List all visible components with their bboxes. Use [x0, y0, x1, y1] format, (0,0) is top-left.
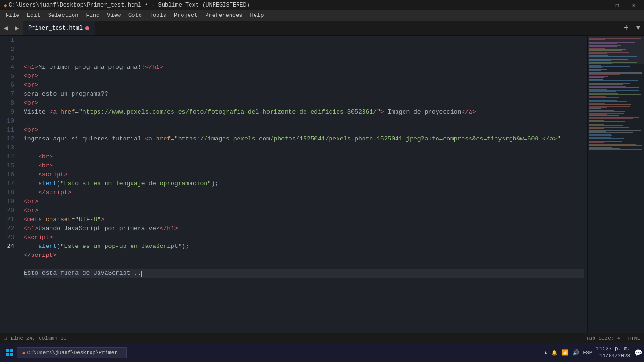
code-line-2: <br> [24, 72, 584, 81]
svg-rect-3 [10, 353, 13, 356]
line-number-9: 9 [4, 107, 14, 116]
code-line-9: ingresa aqui si quieres tutorial <a href… [24, 134, 584, 143]
menu-project[interactable]: Project [170, 11, 201, 20]
svg-rect-1 [10, 349, 13, 352]
statusbar-left: ☐ Line 24, Column 33 [4, 335, 66, 341]
statusbar-right: Tab Size: 4 HTML [586, 336, 640, 341]
line-number-1: 1 [4, 36, 14, 45]
code-line-17: <br> [24, 206, 584, 215]
line-number-18: 18 [4, 188, 14, 197]
taskbar-sublime-app[interactable]: ◆ C:\Users\juanf\Desktop\Primer_test.htm… [17, 347, 127, 358]
minimize-button[interactable]: ─ [594, 2, 607, 9]
line-number-8: 8 [4, 99, 14, 107]
line-number-14: 14 [4, 152, 14, 161]
code-line-6: Visite <a href="https://www.pexels.com/e… [24, 107, 584, 116]
app-icon: ◆ [4, 2, 7, 8]
language-indicator[interactable]: ESP [583, 350, 593, 355]
code-line-15: </script> [24, 188, 584, 197]
menu-view[interactable]: View [103, 11, 124, 20]
line-number-6: 6 [4, 81, 14, 90]
menu-preferences[interactable]: Preferences [201, 11, 246, 20]
code-line-11: <br> [24, 152, 584, 161]
tab-label: Primer_test.html [28, 25, 83, 32]
editor: 123456789101112131415161718192021222324 … [0, 36, 644, 333]
menu-selection[interactable]: Selection [44, 11, 83, 20]
tab-modified-indicator [85, 26, 89, 30]
svg-rect-0 [6, 349, 9, 352]
checkbox-icon: ☐ [4, 335, 7, 341]
windows-taskbar: ◆ C:\Users\juanf\Desktop\Primer_test.htm… [0, 343, 644, 362]
start-button[interactable] [2, 345, 17, 360]
line-number-19: 19 [4, 197, 14, 206]
clock-date: 14/04/2023 [596, 353, 630, 360]
notification-icon[interactable]: 🔔 [551, 350, 558, 356]
tab-spacer [95, 21, 619, 35]
line-number-15: 15 [4, 161, 14, 170]
code-line-18: <meta charset="UTF-8"> [24, 215, 584, 224]
code-line-22: </script> [24, 251, 584, 260]
line-number-17: 17 [4, 179, 14, 188]
notification-center-icon[interactable]: 💬 [634, 349, 642, 357]
tab-size: Tab Size: 4 [586, 336, 620, 341]
line-number-21: 21 [4, 215, 14, 224]
clock-time: 11:27 p. m. [596, 346, 630, 353]
code-line-8: <br> [24, 125, 584, 134]
code-line-7 [24, 116, 584, 125]
line-number-3: 3 [4, 54, 14, 63]
line-number-10: 10 [4, 116, 14, 125]
code-line-20: <script> [24, 233, 584, 242]
svg-rect-2 [6, 353, 9, 356]
line-numbers-container: 123456789101112131415161718192021222324 [0, 36, 20, 251]
menubar: File Edit Selection Find View Goto Tools… [0, 10, 644, 21]
taskbar-app-label: C:\Users\juanf\Desktop\Primer_test.html … [27, 350, 122, 355]
editor-main: 123456789101112131415161718192021222324 … [0, 36, 587, 333]
close-button[interactable]: ✕ [627, 2, 640, 9]
app-icon-taskbar: ◆ [22, 350, 25, 356]
line-number-11: 11 [4, 125, 14, 134]
line-number-7: 7 [4, 90, 14, 99]
line-numbers: 123456789101112131415161718192021222324 [0, 36, 20, 333]
statusbar: ☐ Line 24, Column 33 Tab Size: 4 HTML [0, 333, 644, 343]
tab-primer-test[interactable]: Primer_test.html [23, 21, 95, 35]
line-and-code: 123456789101112131415161718192021222324 … [0, 36, 587, 333]
line-number-12: 12 [4, 134, 14, 143]
menu-goto[interactable]: Goto [124, 11, 146, 20]
menu-tools[interactable]: Tools [146, 11, 170, 20]
clock[interactable]: 11:27 p. m. 14/04/2023 [596, 346, 630, 360]
code-line-5: <br> [24, 99, 584, 107]
line-number-24: 24 [4, 242, 14, 251]
titlebar: ◆ C:\Users\juanf\Desktop\Primer_test.htm… [0, 0, 644, 10]
line-number-2: 2 [4, 45, 14, 54]
tab-add-button[interactable]: + [619, 21, 633, 35]
expand-tray-icon[interactable]: ▲ [545, 350, 547, 355]
line-number-4: 4 [4, 63, 14, 72]
code-line-14: alert("Esto si es un lenguaje de oprogra… [24, 179, 584, 188]
code-line-10 [24, 143, 584, 152]
tab-nav-left[interactable]: ◀ [0, 21, 11, 35]
code-editor[interactable]: <h1>Mi primer programa programa!!</h1><b… [20, 36, 587, 333]
code-line-21: alert("Este es un pop-up en JavaScript")… [24, 242, 584, 251]
maximize-button[interactable]: ❐ [611, 2, 624, 9]
code-line-24: Esto está fuera de JavaScript... [24, 269, 584, 278]
titlebar-title: C:\Users\juanf\Desktop\Primer_test.html … [9, 2, 250, 8]
code-line-1: <h1>Mi primer programa programa!!</h1> [24, 63, 584, 72]
network-icon[interactable]: 📶 [561, 349, 569, 356]
menu-edit[interactable]: Edit [23, 11, 44, 20]
tab-nav-right[interactable]: ▶ [11, 21, 23, 35]
tabbar: ◀ ▶ Primer_test.html + ▼ [0, 21, 644, 36]
code-line-13: <script> [24, 170, 584, 179]
menu-find[interactable]: Find [82, 11, 103, 20]
menu-file[interactable]: File [2, 11, 23, 20]
taskbar-left: ◆ C:\Users\juanf\Desktop\Primer_test.htm… [2, 345, 127, 360]
tab-scroll-button[interactable]: ▼ [633, 21, 644, 35]
menu-help[interactable]: Help [247, 11, 268, 20]
code-line-12: <br> [24, 161, 584, 170]
language-mode: HTML [628, 336, 640, 341]
line-number-23: 23 [4, 233, 14, 242]
line-number-22: 22 [4, 224, 14, 233]
cursor-position: Line 24, Column 33 [11, 336, 67, 341]
code-line-23 [24, 260, 584, 269]
line-number-20: 20 [4, 206, 14, 215]
code-line-19: <h1>Usando JavaScript por primera vez</h… [24, 224, 584, 233]
volume-icon[interactable]: 🔊 [572, 349, 579, 356]
